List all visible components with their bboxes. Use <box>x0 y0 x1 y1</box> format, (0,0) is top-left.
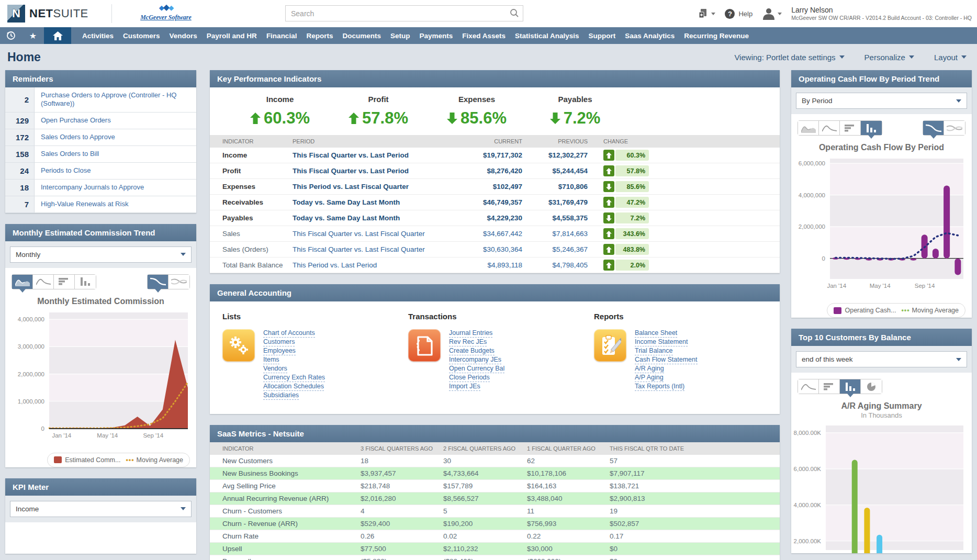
search-icon[interactable] <box>510 8 519 20</box>
nav-item-payroll-and-hr[interactable]: Payroll and HR <box>202 27 262 44</box>
vertical-bar-chart-icon[interactable] <box>861 121 882 135</box>
kpi-title[interactable]: Key Performance Indicators <box>210 70 780 87</box>
nav-item-financial[interactable]: Financial <box>262 27 302 44</box>
company-logo[interactable]: ◆◆◆ McGeever Software <box>121 2 210 21</box>
reminders-title[interactable]: Reminders <box>5 70 196 87</box>
kpi-period[interactable]: This Period vs. Last Period <box>288 257 456 273</box>
link-currency-exch-rates[interactable]: Currency Exch Rates <box>263 374 325 382</box>
link-journal-entries[interactable]: Journal Entries <box>449 329 492 338</box>
link-rev-rec-jes[interactable]: Rev Rec JEs <box>449 338 487 346</box>
pie-chart-icon[interactable] <box>861 379 882 394</box>
horizontal-bar-chart-icon[interactable] <box>819 379 840 394</box>
horizontal-bar-chart-icon[interactable] <box>54 275 75 289</box>
link-items[interactable]: Items <box>263 356 279 364</box>
commission-trend-title[interactable]: Monthly Estimated Commission Trend <box>5 224 196 241</box>
reminder-row[interactable]: 172Sales Orders to Approve <box>5 129 196 146</box>
line-chart-icon[interactable] <box>819 121 840 135</box>
cash-flow-range-select[interactable]: By Period <box>796 93 967 109</box>
viewing-portlet-date-settings[interactable]: Viewing: Portlet date settings <box>734 53 844 62</box>
vertical-bar-chart-icon[interactable] <box>840 379 861 394</box>
reminder-label[interactable]: Intercompany Journals to Approve <box>35 180 196 196</box>
reminder-row[interactable]: 24Periods to Close <box>5 163 196 180</box>
link-customers[interactable]: Customers <box>263 338 295 346</box>
horizontal-bar-chart-icon[interactable] <box>840 121 861 135</box>
link-create-budgets[interactable]: Create Budgets <box>449 347 495 355</box>
reminder-label[interactable]: Sales Orders to Approve <box>35 129 196 145</box>
link-tax-reports-intl-[interactable]: Tax Reports (Intl) <box>635 383 684 391</box>
link-cash-flow-statement[interactable]: Cash Flow Statement <box>635 356 698 364</box>
nav-item-reports[interactable]: Reports <box>301 27 338 44</box>
create-new-icon[interactable] <box>698 8 715 19</box>
personalize-menu[interactable]: Personalize <box>864 53 914 62</box>
nav-item-saas-analytics[interactable]: Saas Analytics <box>620 27 679 44</box>
kpi-period[interactable]: This Fiscal Quarter vs. Last Period <box>288 148 456 163</box>
top-customers-title[interactable]: Top 10 Customers By Balance <box>791 329 972 346</box>
nav-item-customers[interactable]: Customers <box>118 27 165 44</box>
home-tab[interactable] <box>44 27 71 44</box>
nav-item-documents[interactable]: Documents <box>338 27 386 44</box>
recent-records-icon[interactable] <box>0 27 22 44</box>
trend-view-icon[interactable] <box>148 275 169 289</box>
kpi-meter-title[interactable]: KPI Meter <box>5 478 196 496</box>
link-import-jes[interactable]: Import JEs <box>449 383 480 391</box>
kpi-period[interactable]: This Fiscal Quarter vs. Last Period <box>288 163 456 179</box>
nav-item-vendors[interactable]: Vendors <box>165 27 202 44</box>
reminder-label[interactable]: Sales Orders to Bill <box>35 146 196 162</box>
link-chart-of-accounts[interactable]: Chart of Accounts <box>263 329 315 338</box>
nav-item-recurring-revenue[interactable]: Recurring Revenue <box>679 27 754 44</box>
link-intercompany-jes[interactable]: Intercompany JEs <box>449 356 501 364</box>
reminder-label[interactable]: Open Purchase Orders <box>35 113 196 129</box>
link-employees[interactable]: Employees <box>263 347 296 355</box>
kpi-period[interactable]: Today vs. Same Day Last Month <box>288 195 456 210</box>
reminder-row[interactable]: 2Purchase Orders to Approve (Controller … <box>5 87 196 113</box>
area-chart-icon[interactable] <box>12 275 33 289</box>
reminder-row[interactable]: 158Sales Orders to Bill <box>5 146 196 163</box>
reminder-label[interactable]: High-Value Renewals at Risk <box>35 196 196 212</box>
line-chart-icon[interactable] <box>798 379 819 394</box>
kpi-period[interactable]: This Fiscal Quarter vs. Last Fiscal Quar… <box>288 226 456 242</box>
compare-view-icon[interactable] <box>169 275 189 289</box>
layout-menu[interactable]: Layout <box>934 53 967 62</box>
nav-item-support[interactable]: Support <box>584 27 621 44</box>
link-allocation-schedules[interactable]: Allocation Schedules <box>263 383 324 391</box>
nav-item-activities[interactable]: Activities <box>77 27 118 44</box>
reminder-label[interactable]: Purchase Orders to Approve (Controller -… <box>35 87 196 112</box>
link-income-statement[interactable]: Income Statement <box>635 338 688 346</box>
kpi-period[interactable]: This Period vs. Last Fiscal Quarter <box>288 179 456 195</box>
link-subsidiaries[interactable]: Subsidiaries <box>263 391 299 400</box>
compare-view-icon[interactable] <box>944 121 965 135</box>
vertical-bar-chart-icon[interactable] <box>75 275 96 289</box>
kpi-meter-select[interactable]: Income <box>10 501 192 517</box>
nav-item-fixed-assets[interactable]: Fixed Assets <box>457 27 510 44</box>
link-close-periods[interactable]: Close Periods <box>449 374 490 382</box>
general-accounting-title[interactable]: General Accounting <box>210 284 780 301</box>
nav-item-payments[interactable]: Payments <box>414 27 457 44</box>
link-trial-balance[interactable]: Trial Balance <box>635 347 673 355</box>
reminder-label[interactable]: Periods to Close <box>35 163 196 179</box>
line-chart-icon[interactable] <box>33 275 54 289</box>
link-a-p-aging[interactable]: A/P Aging <box>635 374 664 382</box>
saas-metrics-title[interactable]: SaaS Metrics - Netsuite <box>210 425 780 442</box>
user-menu[interactable] <box>762 7 782 20</box>
kpi-period[interactable]: This Fiscal Quarter vs. Last Fiscal Quar… <box>288 242 456 257</box>
user-name[interactable]: Larry Nelson <box>791 6 972 15</box>
reminder-row[interactable]: 7High-Value Renewals at Risk <box>5 196 196 213</box>
commission-range-select[interactable]: Monthly <box>10 247 192 263</box>
trend-view-icon[interactable] <box>923 121 944 135</box>
link-vendors[interactable]: Vendors <box>263 365 287 373</box>
reminder-row[interactable]: 129Open Purchase Orders <box>5 113 196 129</box>
search-input[interactable] <box>285 5 523 21</box>
reminder-row[interactable]: 18Intercompany Journals to Approve <box>5 180 196 196</box>
nav-item-statistical-analysis[interactable]: Statistical Analysis <box>510 27 584 44</box>
netsuite-logo[interactable]: N NETSUITE <box>7 5 88 23</box>
cash-flow-trend-title[interactable]: Operating Cash Flow By Period Trend <box>791 70 972 87</box>
link-a-r-aging[interactable]: A/R Aging <box>635 365 664 373</box>
link-balance-sheet[interactable]: Balance Sheet <box>635 329 677 338</box>
link-open-currency-bal[interactable]: Open Currency Bal <box>449 365 504 373</box>
shortcuts-star-icon[interactable]: ★ <box>22 27 44 44</box>
kpi-period[interactable]: Today vs. Same Day Last Month <box>288 210 456 226</box>
nav-item-setup[interactable]: Setup <box>386 27 415 44</box>
area-chart-icon[interactable] <box>798 121 819 135</box>
help-button[interactable]: ? Help <box>725 9 753 19</box>
top-customers-range-select[interactable]: end of this week <box>796 351 967 367</box>
